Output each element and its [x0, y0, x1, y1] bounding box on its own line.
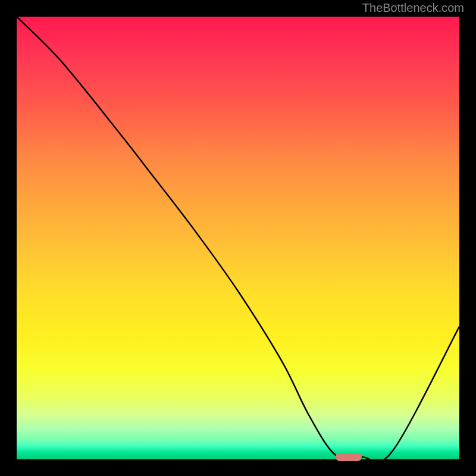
optimal-marker	[336, 453, 362, 461]
bottleneck-curve	[17, 17, 459, 459]
plot-area	[17, 17, 459, 459]
watermark-text: TheBottleneck.com	[362, 1, 464, 15]
